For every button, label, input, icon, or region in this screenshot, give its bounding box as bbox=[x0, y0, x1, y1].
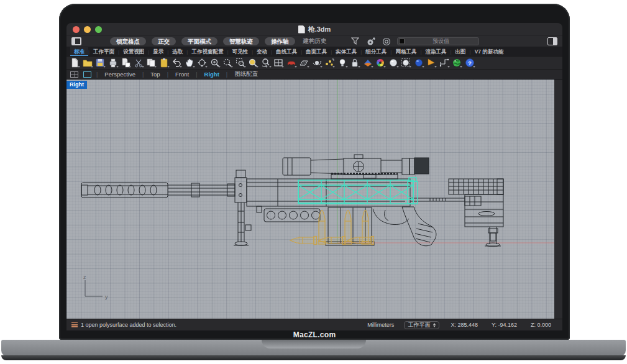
mode-toggle-智慧轨迹[interactable]: 智慧轨迹 bbox=[223, 37, 259, 45]
pan-icon[interactable] bbox=[185, 58, 195, 68]
model-canvas[interactable] bbox=[66, 80, 555, 319]
dimension-icon[interactable] bbox=[439, 58, 449, 68]
toolbar-tab-网格工具[interactable]: 网格工具 bbox=[391, 47, 420, 57]
record-icon[interactable] bbox=[382, 37, 391, 47]
right-viewport[interactable]: Right bbox=[66, 80, 562, 319]
gumball-icon[interactable] bbox=[366, 37, 376, 47]
paste-icon[interactable] bbox=[159, 58, 169, 68]
render-mesh-icon[interactable] bbox=[401, 58, 411, 68]
selected-polysurface-highlight[interactable] bbox=[298, 178, 418, 204]
annotate-flag-icon[interactable] bbox=[426, 58, 436, 68]
print-icon[interactable] bbox=[108, 58, 118, 68]
toolbar-tab-V7 的新功能[interactable]: V7 的新功能 bbox=[471, 47, 508, 57]
titlebar: 枪.3dm bbox=[66, 23, 562, 36]
mode-toggle-锁定格点[interactable]: 锁定格点 bbox=[110, 37, 146, 45]
zoom-icon[interactable] bbox=[210, 58, 220, 68]
toolbar-tab-渲染工具[interactable]: 渲染工具 bbox=[422, 47, 451, 57]
viewport-tab-Perspective[interactable]: Perspective bbox=[103, 71, 137, 78]
lights-icon[interactable] bbox=[324, 58, 334, 68]
four-viewport-layout-icon[interactable] bbox=[70, 71, 78, 78]
document-title: 枪.3dm bbox=[298, 25, 331, 34]
laptop-screen: 枪.3dm 锁定格点正交平面模式智慧轨迹操作轴 建构历史 bbox=[59, 4, 570, 340]
main-toolbar: ? bbox=[66, 57, 562, 70]
selection-filter-icon[interactable] bbox=[350, 37, 360, 47]
toolbar-tab-变动[interactable]: 变动 bbox=[253, 47, 271, 57]
ground-plane-icon[interactable] bbox=[299, 58, 309, 68]
viewport-tab-bar: |Perspective|Top|Front|Right|图纸配置 bbox=[66, 70, 562, 80]
mode-toggle-平面模式[interactable]: 平面模式 bbox=[181, 37, 217, 45]
lock-objects-icon[interactable] bbox=[350, 58, 360, 68]
copy-icon[interactable] bbox=[146, 58, 156, 68]
coordinate-y: Y: -94.162 bbox=[492, 322, 517, 328]
toolbar-tab-标准[interactable]: 标准 bbox=[70, 47, 88, 57]
document-title-text: 枪.3dm bbox=[308, 25, 331, 34]
material-sphere-icon[interactable] bbox=[388, 58, 398, 68]
named-view-icon[interactable] bbox=[312, 58, 322, 68]
toolbar-tab-工作视窗配置[interactable]: 工作视窗配置 bbox=[188, 47, 227, 57]
units-label[interactable]: Millimeters bbox=[367, 322, 394, 328]
mode-toolbar: 锁定格点正交平面模式智慧轨迹操作轴 建构历史 预设值 bbox=[66, 36, 562, 47]
save-file-icon[interactable] bbox=[95, 58, 105, 68]
help-icon[interactable]: ? bbox=[465, 58, 475, 68]
viewport-tab-separator: | bbox=[167, 71, 168, 78]
viewport-tab-Right[interactable]: Right bbox=[203, 71, 221, 78]
maczl-laptop-mockup: { "laptop": { "brand": "MacZL.com" }, "t… bbox=[0, 0, 627, 364]
color-wheel-icon[interactable] bbox=[375, 58, 385, 68]
cplane-dropdown[interactable]: 工作平面 bbox=[404, 321, 439, 329]
color-swatch[interactable] bbox=[399, 39, 405, 44]
zoom-window-icon[interactable] bbox=[236, 58, 245, 68]
minimize-button[interactable] bbox=[84, 26, 91, 33]
render-globe-icon[interactable] bbox=[452, 58, 462, 68]
zoom-extents-icon[interactable] bbox=[261, 58, 271, 68]
zoom-button[interactable] bbox=[95, 26, 102, 33]
toolbar-tab-设置视图[interactable]: 设置视图 bbox=[119, 47, 148, 57]
left-sidebar-toggle-icon[interactable] bbox=[71, 37, 81, 45]
document-icon bbox=[298, 25, 305, 34]
bullet-models[interactable] bbox=[290, 211, 374, 245]
viewport-layout-icon[interactable] bbox=[273, 58, 283, 68]
maximized-viewport-icon[interactable] bbox=[83, 71, 91, 78]
toolbar-tab-选取[interactable]: 选取 bbox=[168, 47, 186, 57]
updown-arrows-icon bbox=[433, 323, 436, 327]
toolbar-tab-实体工具[interactable]: 实体工具 bbox=[332, 47, 360, 57]
toolbar-tab-曲线工具[interactable]: 曲线工具 bbox=[272, 47, 301, 57]
toolbar-tab-strip: 标准|工作平面|设置视图|显示|选取|工作视窗配置|可见性|变动|曲线工具|曲面… bbox=[66, 47, 562, 57]
mode-toggle-正交[interactable]: 正交 bbox=[152, 37, 176, 45]
toolbar-tab-工作平面[interactable]: 工作平面 bbox=[89, 47, 118, 57]
cut-icon[interactable] bbox=[134, 58, 144, 68]
toolbar-tab-出图[interactable]: 出图 bbox=[452, 47, 470, 57]
viewport-tab-separator: | bbox=[196, 71, 197, 78]
mode-toggle-操作轴[interactable]: 操作轴 bbox=[265, 37, 295, 45]
shaded-display-icon[interactable] bbox=[286, 58, 296, 68]
preset-field[interactable]: 预设值 bbox=[397, 37, 479, 45]
new-file-icon[interactable] bbox=[70, 58, 80, 68]
record-history-toggle[interactable]: 建构历史 bbox=[303, 37, 327, 45]
zoom-dynamic-icon[interactable] bbox=[222, 58, 232, 68]
undo-icon[interactable] bbox=[172, 58, 181, 68]
layer-object-icon[interactable] bbox=[363, 58, 373, 68]
command-history-icon[interactable] bbox=[71, 322, 78, 327]
viewport-tab-Front[interactable]: Front bbox=[173, 71, 191, 78]
viewport-tab-Top[interactable]: Top bbox=[149, 71, 162, 78]
brand-label: MacZL.com bbox=[59, 330, 570, 339]
right-sidebar-toggle-icon[interactable] bbox=[547, 37, 557, 45]
zoom-selected-icon[interactable] bbox=[248, 58, 258, 68]
toolbar-tab-曲面工具[interactable]: 曲面工具 bbox=[302, 47, 331, 57]
viewport-tab-图纸配置[interactable]: 图纸配置 bbox=[232, 70, 260, 78]
toolbar-tab-细分工具[interactable]: 细分工具 bbox=[362, 47, 390, 57]
open-file-icon[interactable] bbox=[83, 58, 93, 68]
rifle-wireframe-model[interactable] bbox=[81, 155, 503, 247]
toolbar-tab-显示[interactable]: 显示 bbox=[149, 47, 167, 57]
export-icon[interactable] bbox=[121, 58, 130, 68]
cplane-dropdown-value: 工作平面 bbox=[408, 321, 430, 329]
lightbulb-icon[interactable] bbox=[337, 58, 347, 68]
close-button[interactable] bbox=[73, 26, 80, 33]
rotate-view-icon[interactable] bbox=[197, 58, 207, 68]
laptop-base-notch bbox=[262, 340, 366, 348]
toolbar-tab-可见性[interactable]: 可见性 bbox=[228, 47, 252, 57]
coordinate-x: X: 285.448 bbox=[451, 322, 478, 328]
viewport-title-badge[interactable]: Right bbox=[66, 81, 87, 89]
render-preview-icon[interactable] bbox=[414, 58, 424, 68]
axis-y-label: y bbox=[105, 294, 108, 300]
axis-z-label: z bbox=[83, 275, 86, 280]
